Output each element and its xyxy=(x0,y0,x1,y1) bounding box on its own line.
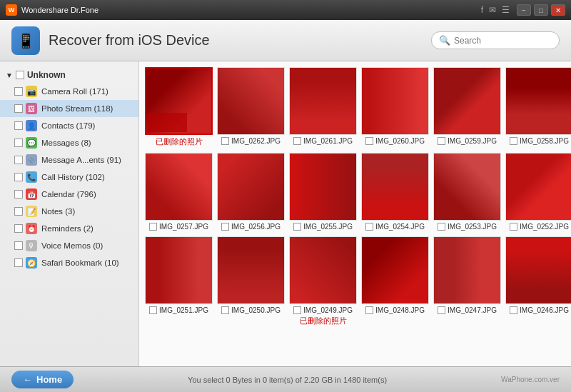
minimize-button[interactable]: − xyxy=(517,4,531,16)
calendar-checkbox[interactable] xyxy=(14,190,23,198)
photo-thumb-0249[interactable] xyxy=(289,236,357,304)
photo-thumb-0257[interactable] xyxy=(145,153,213,221)
reminders-checkbox[interactable] xyxy=(14,224,23,233)
photo-thumb-0262[interactable] xyxy=(217,67,285,135)
reminders-label: Reminders (2) xyxy=(41,224,94,233)
photo-label-0251: IMG_0251.JPG xyxy=(149,306,208,314)
contacts-checkbox[interactable] xyxy=(14,121,23,130)
close-button[interactable]: ✕ xyxy=(551,4,565,16)
sidebar-item-photo-stream[interactable]: 🖼 Photo Stream (118) xyxy=(0,100,138,117)
photo-checkbox-0248[interactable] xyxy=(365,306,373,314)
photo-checkbox-0254[interactable] xyxy=(365,223,373,231)
photo-checkbox-0262[interactable] xyxy=(221,137,229,145)
sidebar-item-message-attachments[interactable]: 📎 Message A...ents (91) xyxy=(0,151,138,169)
photo-item-0248[interactable]: IMG_0248.JPG xyxy=(361,236,429,326)
photo-item-0260[interactable]: IMG_0260.JPG xyxy=(361,67,429,147)
photo-item-0258[interactable]: IMG_0258.JPG xyxy=(505,67,571,147)
notes-checkbox[interactable] xyxy=(14,207,23,216)
photo-checkbox-0261[interactable] xyxy=(293,137,301,145)
photo-label-0259: IMG_0259.JPG xyxy=(438,137,497,145)
photo-thumb-0247[interactable] xyxy=(433,236,501,304)
calendar-label: Calendar (796) xyxy=(41,190,96,198)
photo-item-0250[interactable]: IMG_0250.JPG xyxy=(217,236,285,326)
photo-thumb-0258[interactable] xyxy=(505,67,571,135)
photo-checkbox-0255[interactable] xyxy=(293,223,301,231)
photo-checkbox-0249[interactable] xyxy=(293,306,301,314)
photo-item-0261[interactable]: IMG_0261.JPG xyxy=(289,67,357,147)
reminders-icon: ⏰ xyxy=(26,223,37,234)
photo-thumb-0261[interactable] xyxy=(289,67,357,135)
photo-thumb-0255[interactable] xyxy=(289,153,357,221)
photo-checkbox-0250[interactable] xyxy=(221,306,229,314)
sidebar-item-camera-roll[interactable]: 📷 Camera Roll (171) xyxy=(0,83,138,100)
photo-stream-icon: 🖼 xyxy=(26,103,37,114)
photo-checkbox-0247[interactable] xyxy=(438,306,445,314)
photo-thumb-0260[interactable] xyxy=(361,67,429,135)
photo-item-0252[interactable]: IMG_0252.JPG xyxy=(505,153,571,231)
photo-label-0247: IMG_0247.JPG xyxy=(438,306,497,314)
call-history-checkbox[interactable] xyxy=(14,173,23,181)
photo-item-0255[interactable]: IMG_0255.JPG xyxy=(289,153,357,231)
photo-item-0253[interactable]: IMG_0253.JPG xyxy=(433,153,501,231)
home-button[interactable]: ← Home xyxy=(11,371,74,388)
search-input[interactable] xyxy=(454,36,552,46)
photo-thumb-0248[interactable] xyxy=(361,236,429,304)
photo-checkbox-0260[interactable] xyxy=(365,137,373,145)
sidebar-item-voice-memos[interactable]: 🎙 Voice Memos (0) xyxy=(0,237,138,254)
photo-checkbox-0259[interactable] xyxy=(438,137,445,145)
menu-icon[interactable]: ☰ xyxy=(502,5,510,15)
sidebar-item-calendar[interactable]: 📅 Calendar (796) xyxy=(0,186,138,203)
photo-item-0246[interactable]: IMG_0246.JPG xyxy=(505,236,571,326)
photo-item-0254[interactable]: IMG_0254.JPG xyxy=(361,153,429,231)
safari-checkbox[interactable] xyxy=(14,258,23,267)
photo-thumb-deleted-1[interactable] xyxy=(145,67,213,135)
photo-item-0249[interactable]: IMG_0249.JPG 已删除的照片 xyxy=(289,236,357,326)
photo-checkbox-0257[interactable] xyxy=(149,223,157,231)
maximize-button[interactable]: □ xyxy=(534,4,548,16)
voice-memos-checkbox[interactable] xyxy=(14,241,23,250)
facebook-icon[interactable]: f xyxy=(481,5,483,15)
sidebar-item-messages[interactable]: 💬 Messages (8) xyxy=(0,134,138,151)
photo-thumb-0256[interactable] xyxy=(217,153,285,221)
photo-item-0247[interactable]: IMG_0247.JPG xyxy=(433,236,501,326)
photo-item-0262[interactable]: IMG_0262.JPG xyxy=(217,67,285,147)
photo-label-0249: IMG_0249.JPG xyxy=(293,306,353,314)
photo-checkbox-0258[interactable] xyxy=(510,137,517,145)
photo-thumb-0253[interactable] xyxy=(433,153,501,221)
photo-stream-checkbox[interactable] xyxy=(14,104,23,113)
msg-attach-checkbox[interactable] xyxy=(14,156,23,164)
camera-roll-checkbox[interactable] xyxy=(14,87,23,96)
photo-label-0258: IMG_0258.JPG xyxy=(510,137,569,145)
root-checkbox[interactable] xyxy=(16,71,24,79)
message-icon[interactable]: ✉ xyxy=(489,5,496,15)
sidebar-item-contacts[interactable]: 👤 Contacts (179) xyxy=(0,117,138,134)
camera-roll-label: Camera Roll (171) xyxy=(41,87,108,96)
photo-checkbox-0256[interactable] xyxy=(221,223,229,231)
photo-thumb-0246[interactable] xyxy=(505,236,571,304)
photo-checkbox-0252[interactable] xyxy=(510,223,517,231)
photo-thumb-0252[interactable] xyxy=(505,153,571,221)
home-label: Home xyxy=(36,374,62,385)
photo-checkbox-0246[interactable] xyxy=(510,306,517,314)
messages-checkbox[interactable] xyxy=(14,139,23,147)
title-bar: W Wondershare Dr.Fone f ✉ ☰ − □ ✕ xyxy=(0,0,571,20)
sidebar-item-reminders[interactable]: ⏰ Reminders (2) xyxy=(0,220,138,237)
content-area: 已删除的照片 IMG_0262.JPG xyxy=(139,61,571,366)
sidebar-item-notes[interactable]: 📝 Notes (3) xyxy=(0,203,138,220)
photo-thumb-0259[interactable] xyxy=(433,67,501,135)
photo-item-0251[interactable]: IMG_0251.JPG xyxy=(145,236,213,326)
photo-thumb-0251[interactable] xyxy=(145,236,213,304)
photo-checkbox-0253[interactable] xyxy=(438,223,445,231)
photo-item-deleted-1[interactable]: 已删除的照片 xyxy=(145,67,213,147)
sidebar-item-safari-bookmark[interactable]: 🧭 Safari Bookmark (10) xyxy=(0,254,138,271)
photo-thumb-0250[interactable] xyxy=(217,236,285,304)
photo-item-0259[interactable]: IMG_0259.JPG xyxy=(433,67,501,147)
photo-item-0256[interactable]: IMG_0256.JPG xyxy=(217,153,285,231)
sidebar-root[interactable]: ▼ Unknown xyxy=(0,67,138,83)
photo-item-0257[interactable]: IMG_0257.JPG xyxy=(145,153,213,231)
sidebar-item-call-history[interactable]: 📞 Call History (102) xyxy=(0,169,138,186)
photo-thumb-0254[interactable] xyxy=(361,153,429,221)
search-box[interactable]: 🔍 xyxy=(431,31,560,49)
photo-checkbox-0251[interactable] xyxy=(149,306,157,314)
search-icon: 🔍 xyxy=(439,35,450,46)
